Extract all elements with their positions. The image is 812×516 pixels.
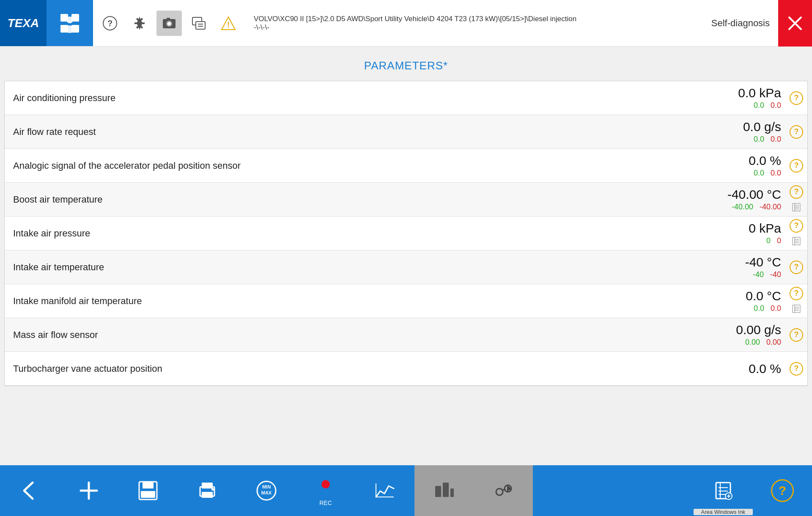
table-row: Boost air temperature-40.00 °C-40.00-40.… — [5, 183, 807, 217]
help-toolbar-button[interactable]: ? — [97, 11, 123, 36]
book-toolbar-icon — [712, 479, 735, 502]
warning-toolbar-button[interactable]: ! — [216, 11, 241, 36]
param-min: 0.0 — [754, 101, 764, 110]
param-value-area: 0.0 %0.00.0 — [650, 154, 785, 178]
table-row: Intake manifold air temperature0.0 °C0.0… — [5, 284, 807, 318]
route-icon — [492, 479, 515, 502]
minmax-button[interactable]: MIN MAX — [237, 465, 296, 516]
param-icons: ? — [785, 261, 807, 274]
param-max: 0.0 — [771, 101, 781, 110]
param-help-button[interactable]: ? — [790, 185, 803, 199]
param-book-button[interactable] — [790, 302, 803, 316]
param-value-area: 0.00 g/s0.000.00 — [650, 323, 785, 347]
param-icons: ? — [785, 185, 807, 214]
self-diagnosis-label: Self-diagnosis — [703, 18, 778, 29]
settings-toolbar-button[interactable] — [127, 11, 152, 36]
transfer-toolbar-button[interactable] — [186, 11, 211, 36]
nav-main-button[interactable] — [47, 0, 93, 46]
param-name: Boost air temperature — [5, 190, 650, 209]
header: TEXA ? — [0, 0, 812, 47]
param-help-button[interactable]: ? — [790, 261, 803, 274]
param-minmax: 0.00.0 — [754, 169, 781, 178]
param-max: 0.0 — [771, 169, 781, 178]
param-icons: ? — [785, 219, 807, 248]
param-value-area: 0.0 % — [650, 362, 785, 376]
param-value-area: 0 kPa00 — [650, 221, 785, 245]
chart-icon — [433, 479, 455, 502]
svg-line-56 — [502, 489, 505, 490]
help-icon: ? — [102, 16, 118, 31]
param-min: -40.00 — [732, 203, 753, 211]
minmax-icon: MIN MAX — [255, 479, 278, 502]
book-toolbar-button[interactable]: Area Windows Ink — [694, 465, 753, 516]
svg-point-5 — [64, 25, 75, 33]
param-max: -40.00 — [760, 203, 781, 211]
param-help-button[interactable]: ? — [790, 287, 803, 300]
svg-rect-52 — [443, 483, 449, 497]
gear-icon — [132, 16, 147, 31]
svg-rect-53 — [450, 489, 454, 497]
param-value: 0.0 °C — [746, 289, 781, 303]
svg-rect-12 — [167, 18, 170, 20]
param-value: -40.00 °C — [727, 187, 781, 202]
param-value-area: -40 °C-40-40 — [650, 255, 785, 279]
add-button[interactable] — [59, 465, 118, 516]
save-button[interactable] — [118, 465, 178, 516]
svg-point-54 — [496, 489, 503, 495]
param-value: 0.00 g/s — [736, 323, 781, 337]
param-help-button[interactable]: ? — [790, 125, 803, 139]
graph-button[interactable] — [355, 465, 414, 516]
help-circle-large[interactable]: ? — [771, 479, 794, 502]
param-value: 0 kPa — [749, 221, 781, 236]
param-help-button[interactable]: ? — [790, 219, 803, 233]
texa-logo: TEXA — [0, 0, 47, 46]
table-row: Intake air temperature-40 °C-40-40? — [5, 250, 807, 284]
chart-active-button[interactable] — [414, 465, 474, 516]
param-min: 0.0 — [754, 169, 764, 178]
param-name: Intake air temperature — [5, 258, 650, 277]
close-icon — [787, 16, 803, 31]
print-button[interactable] — [178, 465, 237, 516]
param-name: Intake manifold air temperature — [5, 291, 650, 311]
param-help-button[interactable]: ? — [790, 328, 803, 342]
param-book-button[interactable] — [790, 234, 803, 248]
help-bottom-button[interactable]: ? — [753, 465, 812, 516]
param-max: -40 — [770, 270, 781, 279]
param-help-button[interactable]: ? — [790, 91, 803, 105]
table-row: Air conditioning pressure0.0 kPa0.00.0? — [5, 81, 807, 115]
param-help-button[interactable]: ? — [790, 362, 803, 376]
route-button[interactable] — [474, 465, 533, 516]
graph-icon — [373, 479, 396, 502]
param-value: 0.0 g/s — [743, 120, 781, 134]
param-icons: ? — [785, 125, 807, 139]
svg-text:?: ? — [107, 19, 112, 28]
param-name: Turbocharger vane actuator position — [5, 359, 650, 379]
screenshot-toolbar-button[interactable] — [156, 11, 182, 36]
param-book-button[interactable] — [790, 200, 803, 214]
svg-rect-39 — [143, 482, 154, 489]
param-minmax: -40-40 — [753, 270, 781, 279]
table-row: Turbocharger vane actuator position0.0 %… — [5, 352, 807, 386]
param-icons: ? — [785, 287, 807, 316]
param-help-button[interactable]: ? — [790, 159, 803, 173]
toolbar-icons: ? — [93, 0, 245, 46]
warning-icon: ! — [221, 16, 236, 31]
param-min: -40 — [753, 270, 764, 279]
back-icon — [18, 479, 41, 502]
table-row: Air flow rate request0.0 g/s0.00.0? — [5, 115, 807, 149]
parameters-table: Air conditioning pressure0.0 kPa0.00.0?A… — [4, 81, 808, 386]
svg-text:!: ! — [227, 21, 230, 29]
svg-point-48 — [321, 480, 330, 489]
param-icons: ? — [785, 362, 807, 376]
svg-rect-42 — [202, 492, 213, 498]
param-min: 0.00 — [745, 338, 760, 347]
svg-rect-43 — [202, 483, 213, 489]
svg-text:MAX: MAX — [261, 490, 272, 495]
param-value: -40 °C — [745, 255, 781, 269]
param-value: 0.0 % — [749, 362, 781, 376]
param-name: Analogic signal of the accelerator pedal… — [5, 156, 650, 176]
back-button[interactable] — [0, 465, 59, 516]
rec-button[interactable]: REC — [296, 465, 355, 516]
param-minmax: 0.00.0 — [754, 135, 781, 144]
close-button[interactable] — [778, 0, 812, 47]
